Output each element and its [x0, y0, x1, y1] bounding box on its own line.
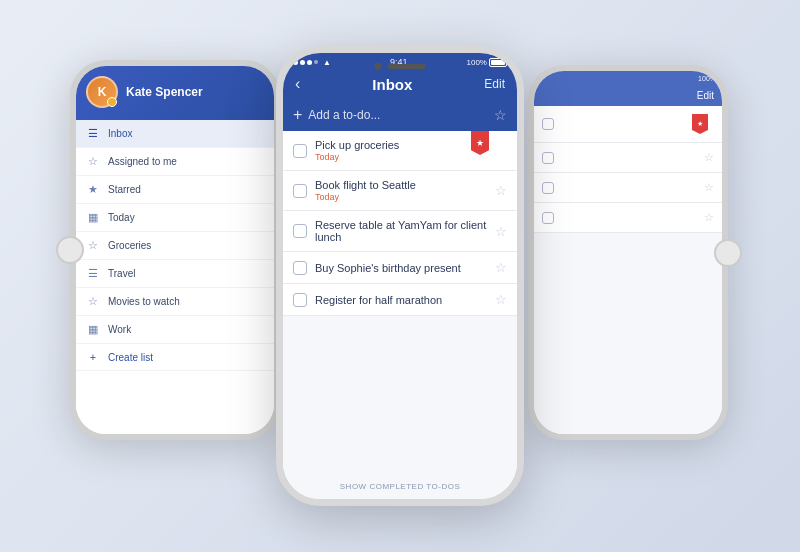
battery-fill: [491, 60, 505, 65]
camera-notch: [375, 63, 426, 70]
star-icon: ★: [86, 183, 100, 196]
sidebar-item-label: Groceries: [108, 240, 151, 251]
calendar-icon: ▦: [86, 211, 100, 224]
groceries-icon: ☆: [86, 239, 100, 252]
todo-title: Buy Sophie's birthday present: [315, 262, 487, 274]
sidebar-screen: K Kate Spencer ☰ Inbox ☆ Assigned to me …: [76, 66, 274, 434]
sidebar-item-label: Travel: [108, 268, 135, 279]
todo-title: Book flight to Seattle: [315, 179, 487, 191]
todo-checkbox[interactable]: [293, 144, 307, 158]
home-button-right[interactable]: [714, 239, 742, 267]
todo-text-wrap: Buy Sophie's birthday present: [315, 262, 487, 274]
right-edit-button[interactable]: Edit: [697, 90, 714, 101]
todo-text-wrap: Book flight to Seattle Today: [315, 179, 487, 202]
right-checkbox[interactable]: [542, 212, 554, 224]
center-phone: ▲ 9:41 100% ‹ Inbox Edit + Add a to-do..…: [276, 46, 524, 506]
signal-dot: [314, 60, 318, 64]
right-phone-screen: 100% Edit ★ ☆: [534, 71, 722, 434]
todo-item-birthday: Buy Sophie's birthday present ☆: [283, 252, 517, 284]
movies-icon: ☆: [86, 295, 100, 308]
star-icon[interactable]: ☆: [495, 260, 507, 275]
right-star-icon[interactable]: ☆: [704, 151, 714, 164]
right-checkbox[interactable]: [542, 152, 554, 164]
todo-item-restaurant: Reserve table at YamYam for client lunch…: [283, 211, 517, 252]
sidebar-item-create-list[interactable]: + Create list: [76, 344, 274, 371]
left-phone: K Kate Spencer ☰ Inbox ☆ Assigned to me …: [70, 60, 280, 440]
right-status-bar: 100%: [534, 71, 722, 85]
assigned-icon: ☆: [86, 155, 100, 168]
star-icon[interactable]: ☆: [495, 292, 507, 307]
signal-dot: [293, 60, 298, 65]
right-todo-item: ★: [534, 106, 722, 143]
back-button[interactable]: ‹: [295, 75, 300, 93]
todo-item-flight: Book flight to Seattle Today ☆: [283, 171, 517, 211]
todo-item-marathon: Register for half marathon ☆: [283, 284, 517, 316]
battery-indicator: 100%: [467, 58, 507, 67]
star-icon[interactable]: ☆: [495, 183, 507, 198]
avatar: K: [86, 76, 118, 108]
edit-button[interactable]: Edit: [484, 77, 505, 91]
todo-checkbox[interactable]: [293, 184, 307, 198]
todo-title: Register for half marathon: [315, 294, 487, 306]
sidebar-item-label: Movies to watch: [108, 296, 180, 307]
user-name: Kate Spencer: [126, 85, 203, 99]
left-phone-screen: K Kate Spencer ☰ Inbox ☆ Assigned to me …: [76, 66, 274, 434]
sidebar-item-travel[interactable]: ☰ Travel: [76, 260, 274, 288]
todo-item-groceries: Pick up groceries Today ★: [283, 131, 517, 171]
add-todo-bar[interactable]: + Add a to-do... ☆: [283, 99, 517, 131]
sidebar-item-starred[interactable]: ★ Starred: [76, 176, 274, 204]
sidebar-item-label: Starred: [108, 184, 141, 195]
todo-checkbox[interactable]: [293, 224, 307, 238]
right-battery: 100%: [698, 75, 716, 82]
avatar-badge: [107, 97, 117, 107]
signal-dot: [300, 60, 305, 65]
ribbon-badge: ★: [471, 131, 489, 155]
star-icon[interactable]: ☆: [495, 224, 507, 239]
sidebar-item-groceries[interactable]: ☆ Groceries: [76, 232, 274, 260]
right-todo-item: ☆: [534, 173, 722, 203]
right-star-icon[interactable]: ☆: [704, 181, 714, 194]
sidebar-item-label: Assigned to me: [108, 156, 177, 167]
travel-icon: ☰: [86, 267, 100, 280]
plus-icon: +: [86, 351, 100, 363]
center-phone-screen: ▲ 9:41 100% ‹ Inbox Edit + Add a to-do..…: [283, 53, 517, 499]
add-todo-star-icon[interactable]: ☆: [494, 107, 507, 123]
right-todo-item: ☆: [534, 203, 722, 233]
sidebar-item-label: Create list: [108, 352, 153, 363]
work-icon: ▦: [86, 323, 100, 336]
right-screen: 100% Edit ★ ☆: [534, 71, 722, 434]
inbox-icon: ☰: [86, 127, 100, 140]
sidebar-item-today[interactable]: ▦ Today: [76, 204, 274, 232]
todo-checkbox[interactable]: [293, 293, 307, 307]
right-checkbox[interactable]: [542, 118, 554, 130]
sidebar-item-work[interactable]: ▦ Work: [76, 316, 274, 344]
show-completed-button[interactable]: SHOW COMPLETED TO-DOS: [283, 474, 517, 499]
add-todo-left: + Add a to-do...: [293, 106, 380, 124]
todo-list: Pick up groceries Today ★ Book flight to…: [283, 131, 517, 474]
right-header: Edit: [534, 85, 722, 106]
home-button-left[interactable]: [56, 236, 84, 264]
ribbon-star-icon: ★: [476, 138, 484, 148]
sidebar-menu: ☰ Inbox ☆ Assigned to me ★ Starred ▦ Tod…: [76, 120, 274, 434]
right-phone: 100% Edit ★ ☆: [528, 65, 728, 440]
add-plus-icon: +: [293, 106, 302, 124]
sidebar-item-label: Work: [108, 324, 131, 335]
todo-due-date: Today: [315, 192, 487, 202]
right-checkbox[interactable]: [542, 182, 554, 194]
todo-title: Reserve table at YamYam for client lunch: [315, 219, 487, 243]
battery-body: [489, 58, 507, 67]
battery-percent: 100%: [467, 58, 487, 67]
signal-dots: ▲: [293, 58, 331, 67]
sidebar-item-inbox[interactable]: ☰ Inbox: [76, 120, 274, 148]
todo-checkbox[interactable]: [293, 261, 307, 275]
app-header: ‹ Inbox Edit: [283, 69, 517, 99]
camera-dot: [375, 63, 382, 70]
sidebar-user-header: K Kate Spencer: [76, 66, 274, 120]
sidebar-item-movies[interactable]: ☆ Movies to watch: [76, 288, 274, 316]
right-todo-item: ☆: [534, 143, 722, 173]
sidebar-item-assigned[interactable]: ☆ Assigned to me: [76, 148, 274, 176]
todo-text-wrap: Register for half marathon: [315, 294, 487, 306]
speaker-bar: [388, 64, 426, 69]
right-todo-list: ★ ☆ ☆ ☆: [534, 106, 722, 434]
right-star-icon[interactable]: ☆: [704, 211, 714, 224]
